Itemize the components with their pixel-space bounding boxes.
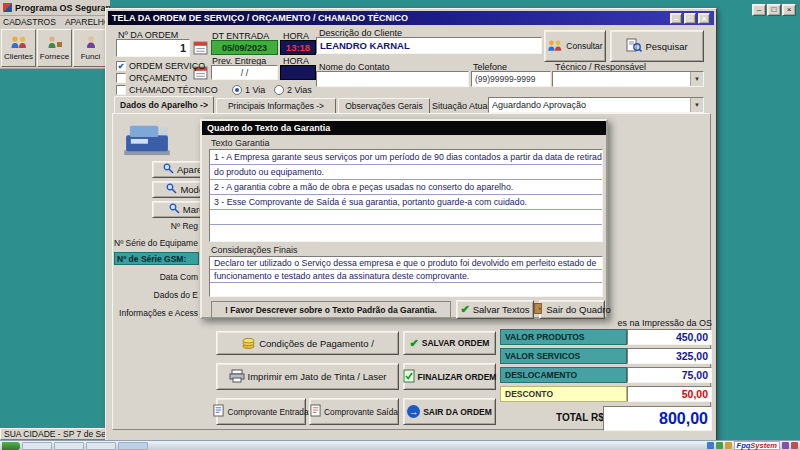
menu-aparelhos[interactable]: APARELHOS [65,17,110,27]
valor-servicos-value[interactable]: 325,00 [627,348,712,364]
radio-selected-icon [232,85,242,95]
chevron-down-icon[interactable] [690,98,703,112]
total-value: 800,00 [603,406,712,431]
salvar-ordem-button[interactable]: SALVAR ORDEM [403,331,496,355]
maximize-button[interactable] [767,4,781,16]
sair-ordem-button[interactable]: SAIR DA ORDEM [403,398,496,425]
garantia-text-line[interactable]: 3 - Esse Comprovante de Saída é sua gara… [210,195,602,210]
supplier-icon [46,35,64,51]
forecast-time-field [280,65,316,80]
deslocamento-label: DESLOCAMENTO [500,367,627,383]
toolbar-fornecedores-label: Fornece [40,52,69,61]
toolbar-clientes-button[interactable]: Clientes [1,29,36,67]
comprovante-entrada-button[interactable]: Comprovante Entrada [216,398,306,425]
consideracoes-text-line[interactable]: funcionamento e testado antes da assinat… [210,270,602,283]
people-icon [547,39,563,54]
orcamento-checkbox[interactable]: ORÇAMENTO [116,73,187,83]
desktop: Programa OS Segurança Ele CADASTROS APAR… [0,0,800,450]
taskbar-item-active[interactable] [118,442,148,450]
situacao-combo[interactable]: Aguardando Aprovação [488,97,704,113]
desconto-label: DESCONTO [500,386,627,402]
salvar-textos-button[interactable]: Salvar Textos [456,300,534,319]
exit-arrow-icon [407,405,420,418]
taskbar-item[interactable] [22,442,52,450]
taskbar: FpqSystem [0,440,800,450]
close-button[interactable] [782,4,796,16]
garantia-text-line[interactable] [210,210,602,225]
condicoes-pagamento-button[interactable]: Condições de Pagamento / [216,331,399,355]
consideracoes-text-line[interactable]: Declaro ter utilizado o Serviço dessa em… [210,257,602,270]
valor-produtos-label: VALOR PRODUTOS [500,329,627,345]
situacao-combo-value: Aguardando Aprovação [489,98,690,112]
texto-garantia-label: Texto Garantia [211,138,270,148]
garantia-text-line[interactable]: 1 - A Empresa garante seus serviços por … [210,150,602,165]
valor-servicos-label: VALOR SERVICOS [500,348,627,364]
comprovante-saida-button[interactable]: Comprovante Saída [309,398,399,425]
informacoes-acessorios-label: Informações e Acess [108,308,198,318]
entry-time-field: 13:18 [280,40,316,55]
radio-1-via[interactable]: 1 Via [232,85,265,95]
menu-cadastros[interactable]: CADASTROS [3,17,56,27]
minimize-button[interactable] [752,4,766,16]
system-tray: FpqSystem [707,441,798,450]
tray-icon[interactable] [791,442,798,449]
radio-icon [274,85,284,95]
menu-bar: CADASTROS APARELHOS M [0,16,110,28]
checkbox-icon [116,73,126,83]
tray-icon[interactable] [782,442,789,449]
garantia-text-line[interactable] [210,225,602,240]
sair-quadro-button[interactable]: Sair do Quadro [539,300,605,319]
toolbar-funcionarios-button[interactable]: Funci [73,29,108,67]
client-field[interactable]: LEANDRO KARNAL [316,37,542,54]
chevron-down-icon[interactable] [690,72,703,86]
document-out-icon [310,404,321,419]
pesquisar-button[interactable]: Pesquisar [610,30,704,62]
main-window-titlebar: Programa OS Segurança Ele [0,0,110,16]
taskbar-item[interactable] [86,442,116,450]
main-toolbar: Clientes Fornece Funci [0,28,110,69]
phone-field[interactable]: (99)99999-9999 [471,71,551,87]
tab-dados-aparelho[interactable]: Dados do Aparelho -> [114,96,214,113]
tab-observacoes-gerais[interactable]: Observações Gerais [338,98,430,113]
tray-icon[interactable] [716,442,723,449]
contact-field[interactable] [316,71,469,87]
taskbar-item[interactable] [54,442,84,450]
desconto-value[interactable]: 50,00 [627,386,712,402]
magnifier-icon [166,183,177,196]
consideracoes-text-line[interactable] [210,283,602,296]
valor-produtos-value[interactable]: 450,00 [627,329,712,345]
tab-principais-informacoes[interactable]: Principais Informações -> [216,98,336,113]
consultar-button[interactable]: Consultar [544,30,606,62]
toolbar-funcionarios-label: Funci [81,52,101,61]
deslocamento-value[interactable]: 75,00 [627,367,712,383]
radio-2-vias[interactable]: 2 Vias [274,85,312,95]
tray-icon[interactable] [725,442,732,449]
chamado-tecnico-checkbox[interactable]: CHAMADO TÉCNICO [116,85,218,95]
situacao-label: Situação Atual: [432,101,492,111]
os-close-button[interactable] [698,13,710,24]
dados-label: Dados do E [136,290,198,300]
forecast-date-field[interactable]: / / [211,65,278,80]
order-number-field[interactable]: 1 [116,39,190,57]
os-maximize-button[interactable] [684,13,696,24]
texto-garantia-box: 1 - A Empresa garante seus serviços por … [209,149,603,242]
serie-equipamento-label: Nº Série do Equipame [114,238,198,248]
garantia-footer-note: ! Favor Descrever sobre o Texto Padrão d… [211,301,451,319]
garantia-text-line[interactable]: do produto ou equipamento. [210,165,602,180]
start-button[interactable] [2,442,20,450]
calendar-icon[interactable] [193,40,208,57]
imprimir-button[interactable]: Imprimir em Jato de Tinta / Laser [216,363,399,390]
valores-header: es na Impressão da OS [496,318,712,328]
total-label: TOTAL R$ [556,412,604,423]
garantia-text-line[interactable]: 2 - A garantia cobre a mão de obra e peç… [210,180,602,195]
technician-combo[interactable] [552,71,704,87]
os-minimize-button[interactable] [670,13,682,24]
finalizar-ordem-button[interactable]: FINALIZAR ORDEM [403,363,496,390]
magnifier-icon [169,203,180,216]
employee-icon [82,35,100,51]
toolbar-fornecedores-button[interactable]: Fornece [37,29,72,67]
entry-date-field[interactable]: 05/09/2023 [211,40,278,55]
tray-icon[interactable] [707,442,714,449]
ordem-servico-checkbox[interactable]: ORDEM SERVIÇO [116,61,205,71]
consideracoes-box: Declaro ter utilizado o Serviço dessa em… [209,256,603,297]
